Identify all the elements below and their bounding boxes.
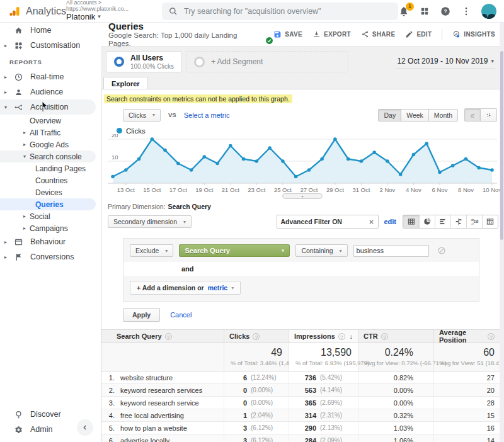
search-input[interactable] [184,7,392,16]
timeline-scrubber[interactable]: ▾ [282,193,323,199]
filter-dimension-select[interactable]: Search Query▾ [179,244,290,257]
granularity-month[interactable]: Month [429,109,458,122]
help-icon[interactable]: ? [381,333,388,340]
edit-filter-link[interactable]: edit [384,218,396,225]
sidebar-item-all-traffic[interactable]: ▸All Traffic [0,127,101,139]
sidebar-item-devices[interactable]: Devices [0,186,101,198]
export-button[interactable]: EXPORT [312,30,351,38]
sidebar-item-label: Queries [35,200,64,209]
granularity-day[interactable]: Day [378,109,401,122]
sidebar-item-conversions[interactable]: ▸Conversions [0,249,101,264]
cancel-link[interactable]: Cancel [170,311,192,319]
remove-filter-icon[interactable] [437,246,446,255]
help-icon[interactable]: ? [253,333,260,340]
help-icon[interactable]: ? [488,333,495,340]
chevron-right-icon[interactable]: ▸ [4,43,9,48]
row-index: 4. [101,412,120,419]
pivot-view-icon[interactable] [482,215,498,228]
column-header-search-query[interactable]: Search Query? [101,330,224,343]
clicks-cell: 6(12.24%) [224,371,289,383]
page-scrollbar[interactable] [500,23,504,442]
query-text: advertise locally [120,437,169,442]
chevron-right-icon[interactable]: ▸ [4,254,9,260]
sidebar-item-acquisition[interactable]: ▾Acquisition [0,99,96,115]
divider [442,29,442,40]
chevron-down-icon[interactable]: ▾ [4,105,9,110]
ctr-cell: 0.00% [358,397,433,409]
performance-view-icon[interactable] [435,215,450,228]
edit-button[interactable]: EDIT [405,30,432,38]
scrollbar-thumb[interactable] [500,51,503,240]
apply-button[interactable]: Apply [123,308,160,322]
sidebar-item-search-console[interactable]: ▾Search console [0,150,96,162]
column-header-impressions[interactable]: Impressions?↓ [289,330,358,343]
save-button[interactable]: SAVE [273,30,302,38]
sidebar-item-social[interactable]: ▸Social [0,210,101,222]
table-view-icon[interactable] [403,215,419,228]
metric-select-button[interactable]: Clicks▾ [123,109,161,122]
add-dimension-metric-button[interactable]: + Add a dimension or metric ▾ [130,281,241,295]
tab-explorer[interactable]: Explorer [103,77,148,89]
chevron-right-icon[interactable]: ▸ [23,225,28,231]
line-chart-icon[interactable] [464,108,481,122]
sidebar-item-queries[interactable]: Queries [0,198,96,210]
svg-text:23 Oct: 23 Oct [248,186,265,193]
admin-icon [14,425,23,434]
sidebar-item-label: Home [30,26,51,35]
filter-operator-select[interactable]: Containing▾ [295,244,347,257]
segment-all-users[interactable]: All Users 100.00% Clicks [106,51,182,72]
comparison-view-icon[interactable] [450,215,466,228]
term-cloud-view-icon[interactable]: abcdef [466,215,482,228]
column-header-ctr[interactable]: CTR? [358,330,433,343]
secondary-dimension-button[interactable]: Secondary dimension▾ [108,215,192,228]
chevron-right-icon[interactable]: ▸ [4,89,9,95]
sidebar-item-google-ads[interactable]: ▸Google Ads [0,139,101,150]
analytics-logo[interactable]: Analytics [0,4,66,18]
exclude-select[interactable]: Exclude▾ [130,244,173,257]
select-metric-link[interactable]: Select a metric [184,111,230,119]
clicks-line-chart: 102013 Oct15 Oct17 Oct19 Oct21 Oct23 Oct… [101,134,503,197]
filter-value-input[interactable] [353,245,429,257]
granularity-week[interactable]: Week [401,109,429,122]
svg-text:20: 20 [112,134,118,139]
sort-desc-icon: ↓ [350,332,353,340]
more-dots-icon[interactable] [461,6,472,17]
chevron-right-icon[interactable]: ▸ [23,142,28,147]
sidebar-item-real-time[interactable]: ▸Real-time [0,69,101,84]
query-cell: 6.advertise locally [101,434,224,442]
apps-grid-icon[interactable] [419,6,430,17]
account-switcher[interactable]: All accounts > https://www.platonik.co..… [66,0,151,21]
chevron-right-icon[interactable]: ▸ [4,74,9,80]
bell-icon[interactable]: 1 [398,6,410,17]
chevron-down-icon[interactable]: ▾ [23,154,28,159]
chevron-right-icon[interactable]: ▸ [23,130,28,135]
chevron-right-icon[interactable]: ▸ [23,213,28,219]
percentage-view-icon[interactable] [419,215,435,228]
primary-dimension-value[interactable]: Search Query [168,203,211,210]
global-search[interactable] [162,3,398,20]
sidebar-item-behaviour[interactable]: ▸Behaviour [0,234,101,249]
sidebar-item-overview[interactable]: Overview [0,115,101,127]
query-cell: 2.keyword research services [101,384,224,396]
help-icon[interactable]: ? [165,333,172,340]
sidebar-item-landing-pages[interactable]: Landing Pages [0,162,101,174]
column-header-clicks[interactable]: Clicks? [224,330,289,343]
share-button[interactable]: SHARE [361,30,396,38]
sidebar-item-customisation[interactable]: ▸Customisation [0,38,101,53]
close-icon[interactable] [368,218,375,225]
help-icon[interactable]: ? [338,333,345,340]
avatar[interactable] [481,4,496,19]
sidebar-item-campaigns[interactable]: ▸Campaigns [0,222,101,234]
motion-chart-icon[interactable] [481,108,497,122]
help-icon[interactable]: ? [440,6,451,17]
sidebar-collapse-button[interactable] [77,419,93,436]
add-segment-button[interactable]: + Add Segment [186,51,348,72]
sidebar-item-audience[interactable]: ▸Audience [0,84,101,99]
sidebar-item-countries[interactable]: Countries [0,174,101,186]
insights-button[interactable]: INSIGHTS [452,30,495,38]
query-cell: 4.free local advertising [101,409,224,421]
column-header-average-position[interactable]: Average Position? [433,330,500,343]
date-range-selector[interactable]: 12 Oct 2019 - 10 Nov 2019 ▾ [396,55,495,69]
sidebar-item-home[interactable]: Home [0,23,101,38]
chevron-right-icon[interactable]: ▸ [4,239,9,245]
